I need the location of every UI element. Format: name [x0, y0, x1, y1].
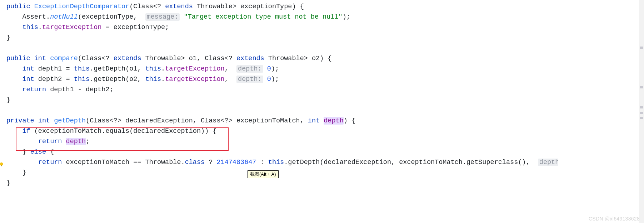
svg-point-0	[0, 163, 3, 166]
code-editor[interactable]: public ExceptionDepthComparator(Class<? …	[0, 0, 558, 223]
intention-bulb-icon[interactable]	[0, 161, 4, 166]
stripe-mark[interactable]	[640, 47, 643, 49]
stripe-mark[interactable]	[640, 117, 643, 119]
inlay-hint-message: message:	[145, 13, 180, 21]
source-code[interactable]: public ExceptionDepthComparator(Class<? …	[0, 0, 558, 188]
csdn-watermark: CSDN @xl649138628	[589, 216, 640, 222]
editor-right-margin	[438, 0, 438, 223]
type-assert: Assert	[22, 13, 46, 21]
int-max: 2147483647	[216, 159, 256, 166]
screenshot-tooltip: 截图(Alt + A)	[248, 170, 279, 178]
string-literal: "Target exception type must not be null"	[184, 13, 343, 21]
type-throwable: Throwable	[197, 3, 233, 10]
method-compare: compare	[50, 55, 78, 62]
constructor-name: ExceptionDepthComparator	[34, 3, 129, 10]
stripe-mark[interactable]	[640, 106, 643, 108]
kw-this: this	[22, 24, 38, 31]
stripe-mark[interactable]	[640, 112, 643, 114]
inlay-hint-depth: depth:	[236, 65, 263, 73]
param-depth: depth	[324, 117, 344, 125]
error-stripe[interactable]	[639, 0, 644, 223]
method-getDepth: getDepth	[54, 117, 86, 125]
stripe-mark[interactable]	[640, 86, 643, 88]
param-exceptionType: exceptionType	[240, 3, 292, 10]
field-targetException: targetException	[42, 24, 102, 31]
method-notNull: notNull	[50, 13, 78, 21]
svg-rect-1	[1, 165, 2, 166]
